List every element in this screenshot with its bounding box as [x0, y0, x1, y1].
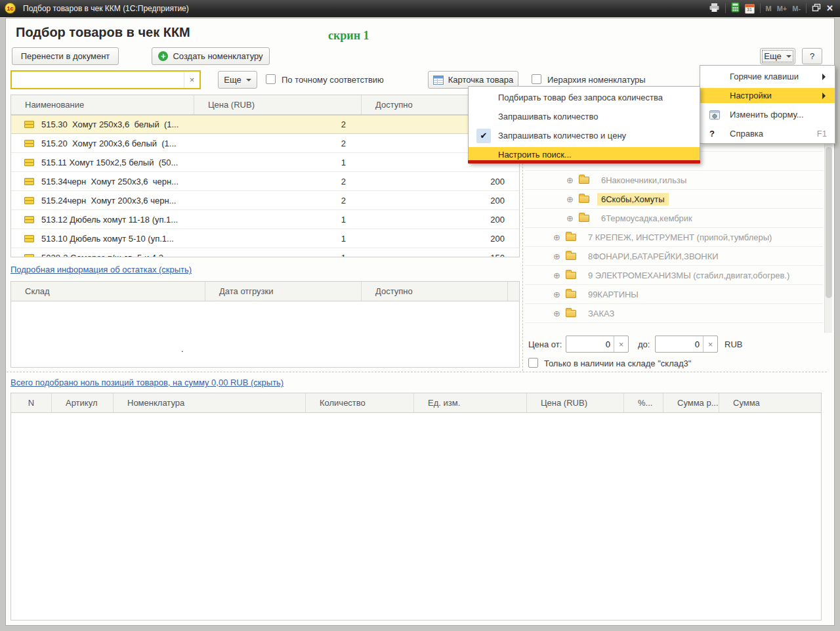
chevron-down-icon: [246, 79, 251, 84]
cart-table-header: N Артикул Номенклатура Количество Ед. из…: [11, 393, 821, 413]
more-menu: Горячие клавиши Настройки Изменить форму…: [700, 65, 835, 144]
column-header-ship-date[interactable]: Дата отгрузки: [205, 282, 362, 301]
product-row[interactable]: 515.34черн Хомут 250х3,6 черн... 2 200: [11, 172, 519, 191]
product-row[interactable]: 513.10 Дюбель хомут 5-10 (уп.1... 1 200: [11, 229, 519, 248]
in-stock-only-checkbox[interactable]: [528, 358, 538, 368]
column-header-price[interactable]: Цена (RUB): [527, 393, 624, 412]
tree-item[interactable]: ⊕ 99КАРТИНЫ: [525, 285, 823, 304]
cart-table: N Артикул Номенклатура Количество Ед. из…: [10, 393, 822, 620]
price-from-label: Цена от:: [528, 339, 562, 349]
expand-icon[interactable]: ⊕: [566, 195, 574, 204]
menu-item-change-form[interactable]: Изменить форму...: [700, 105, 835, 124]
expand-icon[interactable]: ⊕: [553, 252, 560, 261]
titlebar-separator: [760, 3, 761, 13]
product-card-icon: [433, 76, 444, 85]
column-header-percent[interactable]: %...: [624, 393, 663, 412]
nomenclature-item-icon: [24, 235, 33, 242]
tree-item[interactable]: ⊕ 6Термоусадка,кембрик: [525, 209, 823, 228]
submenu-arrow-icon: [822, 74, 829, 80]
nomenclature-item-icon: [24, 140, 33, 147]
form-more-button[interactable]: Еще: [760, 48, 795, 64]
search-more-button[interactable]: Еще: [218, 71, 257, 89]
product-row[interactable]: 515.11 Хомут 150х2,5 белый (50... 1: [11, 153, 519, 172]
memory-plus-button[interactable]: M+: [777, 5, 788, 12]
folder-icon: [566, 291, 576, 298]
clear-price-to-icon[interactable]: [703, 336, 717, 352]
transfer-to-document-button[interactable]: Перенести в документ: [12, 47, 119, 65]
red-underline-annotation: [468, 160, 700, 163]
expand-icon[interactable]: ⊕: [553, 271, 560, 280]
tree-item[interactable]: ⊕ 9 ЭЛЕКТРОМЕХАНИЗМЫ (стабил,двигат,обог…: [525, 266, 823, 285]
price-to-label: до:: [638, 339, 650, 349]
column-header-available[interactable]: Доступно: [362, 282, 508, 301]
calendar-icon[interactable]: 31: [745, 3, 755, 14]
column-header-unit[interactable]: Ед. изм.: [414, 393, 527, 412]
titlebar-separator: [725, 3, 726, 13]
chevron-down-icon: [786, 55, 791, 60]
price-from-input[interactable]: 0: [566, 336, 629, 353]
menu-item-ask-quantity-price[interactable]: ✔ Запрашивать количество и цену: [469, 126, 700, 145]
menu-item-no-quantity-prompt[interactable]: Подбирать товар без запроса количества: [469, 88, 700, 107]
print-icon[interactable]: [709, 3, 720, 14]
clear-price-from-icon[interactable]: [614, 336, 628, 352]
create-nomenclature-button[interactable]: Создать номенклатуру: [152, 47, 270, 65]
nomenclature-item-icon: [24, 159, 33, 166]
product-row[interactable]: 5028-3 Саморез п/ш св. 5 и 4.2 1 150: [11, 248, 519, 257]
tree-item[interactable]: ⊕ 6Наконечники,гильзы: [525, 171, 823, 190]
tree-item[interactable]: ⊕ 7 КРЕПЕЖ, ИНСТРУМЕНТ (припой,тумблеры): [525, 228, 823, 247]
expand-icon[interactable]: ⊕: [553, 309, 560, 318]
memory-minus-button[interactable]: M-: [792, 5, 801, 12]
column-header-quantity[interactable]: Количество: [306, 393, 414, 412]
product-row[interactable]: 515.30 Хомут 250х3,6 белый (1... 2: [11, 115, 519, 134]
totals-link[interactable]: Всего подобрано ноль позиций товаров, на…: [10, 378, 284, 387]
expand-icon[interactable]: ⊕: [566, 214, 574, 223]
column-header-sum-r[interactable]: Сумма р...: [663, 393, 719, 412]
expand-icon[interactable]: ⊕: [553, 233, 560, 242]
tree-item[interactable]: ⊕ 8ФОНАРИ,БАТАРЕЙКИ,ЗВОНКИ: [525, 247, 823, 266]
column-header-price[interactable]: Цена (RUB): [194, 95, 362, 114]
menu-item-settings[interactable]: Настройки: [700, 86, 835, 105]
hierarchy-checkbox[interactable]: [532, 74, 541, 84]
window-title: Подбор товаров в чек ККМ (1С:Предприятие…: [23, 4, 189, 13]
settings-submenu: Подбирать товар без запроса количества З…: [468, 86, 700, 163]
exact-match-checkbox[interactable]: [266, 74, 276, 84]
tree-item-selected[interactable]: ⊕ 6Скобы,Хомуты: [525, 190, 823, 209]
hierarchy-label: Иерархия номенклатуры: [547, 75, 646, 85]
folder-icon: [579, 177, 589, 184]
clear-search-icon[interactable]: ×: [184, 72, 200, 88]
folder-icon: [579, 215, 589, 222]
search-input[interactable]: [12, 72, 184, 88]
expand-icon[interactable]: ⊕: [566, 176, 574, 185]
column-header-article[interactable]: Артикул: [52, 393, 114, 412]
menu-item-ask-quantity[interactable]: Запрашивать количество: [469, 107, 700, 126]
menu-item-hotkeys[interactable]: Горячие клавиши: [700, 67, 835, 86]
product-row[interactable]: 513.12 Дюбель хомут 11-18 (уп.1... 1 200: [11, 210, 519, 229]
column-header-n[interactable]: N: [11, 393, 52, 412]
column-header-name[interactable]: Наименование: [11, 95, 194, 114]
restore-window-icon[interactable]: [812, 3, 821, 14]
stock-table: Склад Дата отгрузки Доступно: [10, 281, 520, 368]
expand-icon[interactable]: ⊕: [553, 290, 560, 299]
price-to-input[interactable]: 0: [655, 336, 718, 353]
form-help-button[interactable]: ?: [802, 48, 822, 64]
close-window-icon[interactable]: ✕: [826, 3, 833, 13]
nomenclature-item-icon: [24, 178, 33, 185]
column-header-nomenclature[interactable]: Номенклатура: [114, 393, 306, 412]
titlebar-separator: [806, 3, 807, 13]
tree-scrollbar-thumb[interactable]: [826, 147, 832, 298]
product-row[interactable]: 515.20 Хомут 200х3,6 белый (1... 2: [11, 134, 519, 153]
in-stock-only-label: Только в наличии на складе "склад3": [544, 359, 691, 368]
memory-recall-button[interactable]: M: [766, 5, 772, 12]
column-header-sum[interactable]: Сумма: [719, 393, 821, 412]
form-settings-icon: [709, 110, 720, 120]
screenshot-annotation: скрин 1: [328, 29, 369, 43]
tree-item[interactable]: ⊕ ЗАКАЗ: [525, 304, 823, 323]
stock-details-link[interactable]: Подробная информация об остатках (скрыть…: [10, 265, 192, 274]
menu-item-help[interactable]: ? Справка F1: [700, 124, 835, 143]
product-row[interactable]: 515.24черн Хомут 200х3,6 черн... 2 200: [11, 191, 519, 210]
folder-icon: [566, 234, 576, 241]
titlebar: 1с Подбор товаров в чек ККМ (1С:Предприя…: [0, 0, 840, 17]
column-header-warehouse[interactable]: Склад: [11, 282, 205, 301]
calculator-icon[interactable]: [731, 2, 740, 14]
section-separator: [7, 372, 827, 372]
